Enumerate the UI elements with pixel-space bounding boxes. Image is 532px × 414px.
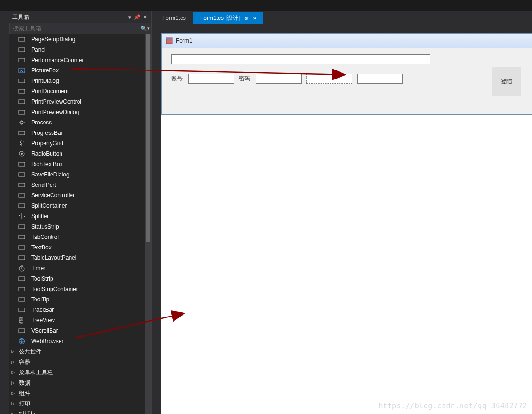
account-label: 账号 bbox=[171, 75, 183, 83]
toolbox-item-panel[interactable]: Panel bbox=[9, 44, 151, 55]
tab-form-cs[interactable]: Form1.cs bbox=[156, 12, 192, 24]
tab-form-design[interactable]: Form1.cs [设计] ⊕ ✕ bbox=[193, 12, 263, 24]
svg-rect-24 bbox=[19, 287, 25, 291]
svg-rect-0 bbox=[19, 37, 25, 41]
toolbox-item-picturebox[interactable]: PictureBox bbox=[9, 65, 151, 76]
toolbox-panel: 工具箱 ▾ 📌 ✕ 🔍▾ PageSetupDialogPanelPerform… bbox=[9, 11, 152, 414]
account-textbox[interactable] bbox=[188, 74, 234, 84]
toolbox-item-label: PrintPreviewDialog bbox=[31, 107, 79, 117]
toolbox-item-splitter[interactable]: Splitter bbox=[9, 211, 151, 221]
dropdown-icon[interactable]: ▾ bbox=[126, 14, 133, 20]
textbox-selected[interactable] bbox=[306, 74, 352, 84]
svg-rect-28 bbox=[21, 320, 22, 321]
toolbox-item-printdialog[interactable]: PrintDialog bbox=[9, 76, 151, 86]
toolbox-item-label: RadioButton bbox=[31, 149, 62, 159]
toolbox-category[interactable]: ▷容器 bbox=[9, 357, 151, 367]
toolbox-item-vscrollbar[interactable]: VScrollBar bbox=[9, 326, 151, 336]
toolbox-category[interactable]: ▷公共控件 bbox=[9, 346, 151, 357]
tab-strip: Form1.cs Form1.cs [设计] ⊕ ✕ bbox=[152, 11, 532, 24]
toolbox-item-treeview[interactable]: TreeView bbox=[9, 315, 151, 326]
toolbox-category[interactable]: ▷菜单和工具栏 bbox=[9, 367, 151, 378]
statusstrip-icon bbox=[17, 223, 26, 230]
textbox-extra[interactable] bbox=[357, 74, 403, 84]
category-label: 对话框 bbox=[19, 410, 36, 414]
tablelayoutpanel-icon bbox=[17, 254, 26, 262]
toolbox-item-label: WebBrowser bbox=[31, 336, 63, 346]
chevron-right-icon: ▷ bbox=[11, 412, 17, 414]
progressbar-icon bbox=[17, 129, 26, 137]
textbox-top[interactable] bbox=[171, 54, 430, 64]
svg-rect-19 bbox=[19, 235, 25, 239]
toolbox-item-process[interactable]: Process bbox=[9, 117, 151, 128]
toolbox-item-toolstripcontainer[interactable]: ToolStripContainer bbox=[9, 284, 151, 294]
pin-icon[interactable]: 📌 bbox=[133, 14, 141, 20]
password-textbox[interactable] bbox=[256, 74, 302, 84]
toolbox-item-trackbar[interactable]: TrackBar bbox=[9, 305, 151, 315]
svg-rect-2 bbox=[19, 58, 25, 62]
toolbox-item-servicecontroller[interactable]: ServiceController bbox=[9, 190, 151, 201]
svg-rect-30 bbox=[19, 329, 25, 333]
treeview-icon bbox=[17, 317, 26, 324]
toolbox-search[interactable]: 🔍▾ bbox=[9, 23, 151, 34]
toolbox-item-timer[interactable]: Timer bbox=[9, 263, 151, 273]
svg-rect-13 bbox=[19, 162, 25, 166]
toolbox-item-label: TextBox bbox=[31, 242, 52, 253]
toolbox-scrollbar[interactable] bbox=[145, 34, 151, 414]
toolbox-item-tabcontrol[interactable]: TabControl bbox=[9, 232, 151, 242]
password-label: 密码 bbox=[239, 75, 251, 83]
toolbox-item-propertygrid[interactable]: PropertyGrid bbox=[9, 138, 151, 149]
svg-rect-7 bbox=[19, 100, 25, 104]
toolbox-item-label: Panel bbox=[31, 44, 46, 55]
webbrowser-icon bbox=[17, 337, 26, 345]
toolbox-category[interactable]: ▷对话框 bbox=[9, 409, 151, 414]
toolbox-item-textbox[interactable]: TextBox bbox=[9, 242, 151, 253]
webbrowser-placeholder[interactable] bbox=[161, 143, 532, 414]
toolbox-item-label: Splitter bbox=[31, 211, 49, 221]
chevron-right-icon: ▷ bbox=[11, 380, 17, 385]
toolbox-item-richtextbox[interactable]: RichTextBox bbox=[9, 159, 151, 169]
toolstrip-icon bbox=[17, 275, 26, 282]
toolbox-category[interactable]: ▷组件 bbox=[9, 388, 151, 398]
toolbox-item-splitcontainer[interactable]: SplitContainer bbox=[9, 201, 151, 211]
scrollbar-thumb[interactable] bbox=[146, 34, 150, 242]
performancecounter-icon bbox=[17, 56, 26, 64]
toolbox-item-statusstrip[interactable]: StatusStrip bbox=[9, 221, 151, 232]
propertygrid-icon bbox=[17, 140, 26, 147]
toolbox-item-printpreviewdialog[interactable]: PrintPreviewDialog bbox=[9, 107, 151, 117]
toolbox-item-toolstrip[interactable]: ToolStrip bbox=[9, 273, 151, 284]
svg-rect-17 bbox=[19, 204, 25, 208]
tab-close-icon[interactable]: ✕ bbox=[253, 16, 257, 21]
toolbox-item-label: PageSetupDialog bbox=[31, 34, 75, 44]
tab-pin-icon[interactable]: ⊕ bbox=[244, 16, 248, 21]
svg-rect-8 bbox=[19, 110, 25, 114]
form-window[interactable]: Form1 登陆 账号 密码 bbox=[161, 33, 532, 115]
toolbox-item-label: StatusStrip bbox=[31, 221, 59, 232]
search-input[interactable] bbox=[10, 25, 140, 32]
toolbox-title: 工具箱 bbox=[12, 13, 126, 21]
toolbox-category[interactable]: ▷打印 bbox=[9, 398, 151, 409]
svg-rect-5 bbox=[19, 79, 25, 83]
toolbox-item-printpreviewcontrol[interactable]: PrintPreviewControl bbox=[9, 97, 151, 107]
svg-rect-20 bbox=[19, 246, 25, 249]
search-icon[interactable]: 🔍▾ bbox=[140, 26, 151, 32]
login-button[interactable]: 登陆 bbox=[492, 67, 521, 96]
toolbox-item-tablelayoutpanel[interactable]: TableLayoutPanel bbox=[9, 253, 151, 263]
toolbox-item-savefiledialog[interactable]: SaveFileDialog bbox=[9, 169, 151, 180]
toolbox-item-progressbar[interactable]: ProgressBar bbox=[9, 128, 151, 138]
toolbox-item-serialport[interactable]: SerialPort bbox=[9, 180, 151, 190]
svg-point-9 bbox=[20, 121, 23, 124]
category-label: 公共控件 bbox=[19, 348, 42, 356]
toolbox-item-performancecounter[interactable]: PerformanceCounter bbox=[9, 55, 151, 65]
toolbox-item-pagesetupdialog[interactable]: PageSetupDialog bbox=[9, 34, 151, 44]
close-icon[interactable]: ✕ bbox=[141, 14, 148, 20]
toolbox-item-tooltip[interactable]: ToolTip bbox=[9, 294, 151, 305]
toolbox-item-webbrowser[interactable]: WebBrowser bbox=[9, 336, 151, 346]
designer-canvas: Form1 登陆 账号 密码 bbox=[152, 24, 532, 414]
form-titlebar: Form1 bbox=[162, 34, 532, 48]
canvas-surface[interactable]: Form1 登陆 账号 密码 bbox=[161, 33, 532, 414]
toolbox-item-printdocument[interactable]: PrintDocument bbox=[9, 86, 151, 97]
toolbox-item-label: TrackBar bbox=[31, 305, 54, 315]
toolbox-category[interactable]: ▷数据 bbox=[9, 378, 151, 388]
toolbox-item-radiobutton[interactable]: RadioButton bbox=[9, 149, 151, 159]
tab-label: Form1.cs [设计] bbox=[200, 14, 240, 22]
